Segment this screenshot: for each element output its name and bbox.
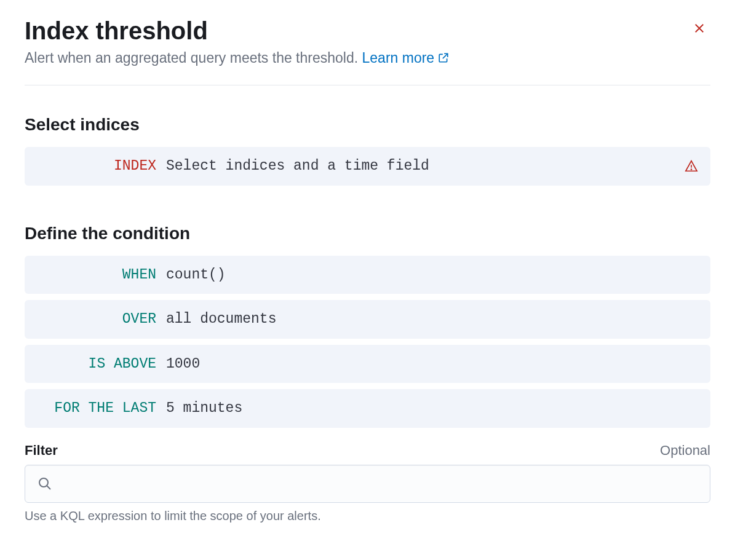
is-above-value: 1000 <box>166 353 200 375</box>
close-icon <box>693 22 705 34</box>
header-divider <box>25 85 710 85</box>
for-the-last-value: 5 minutes <box>166 398 242 419</box>
filter-optional-label: Optional <box>660 443 710 459</box>
close-button[interactable] <box>688 17 710 39</box>
svg-point-1 <box>39 478 48 487</box>
index-expression[interactable]: INDEX Select indices and a time field <box>25 147 710 186</box>
index-value: Select indices and a time field <box>166 156 429 177</box>
page-title: Index threshold <box>25 17 688 44</box>
learn-more-link[interactable]: Learn more <box>362 48 450 68</box>
is-above-expression[interactable]: IS ABOVE 1000 <box>25 345 710 384</box>
search-icon <box>38 476 52 491</box>
over-expression[interactable]: OVER all documents <box>25 300 710 339</box>
page-subtitle: Alert when an aggregated query meets the… <box>25 48 688 68</box>
when-keyword: WHEN <box>37 264 166 286</box>
index-keyword: INDEX <box>37 156 166 177</box>
define-condition-heading: Define the condition <box>25 224 710 243</box>
subtitle-text: Alert when an aggregated query meets the… <box>25 50 362 66</box>
when-expression[interactable]: WHEN count() <box>25 256 710 294</box>
for-the-last-expression[interactable]: FOR THE LAST 5 minutes <box>25 389 710 428</box>
filter-input-container[interactable] <box>25 465 710 503</box>
for-the-last-keyword: FOR THE LAST <box>37 398 166 419</box>
filter-input[interactable] <box>60 476 697 491</box>
over-value: all documents <box>166 309 276 330</box>
filter-help-text: Use a KQL expression to limit the scope … <box>25 509 710 523</box>
popout-icon <box>438 52 449 63</box>
warning-icon <box>685 159 698 173</box>
is-above-keyword: IS ABOVE <box>37 353 166 375</box>
select-indices-heading: Select indices <box>25 115 710 135</box>
over-keyword: OVER <box>37 309 166 330</box>
when-value: count() <box>166 264 226 286</box>
svg-point-0 <box>691 169 691 170</box>
filter-label: Filter <box>25 443 58 459</box>
